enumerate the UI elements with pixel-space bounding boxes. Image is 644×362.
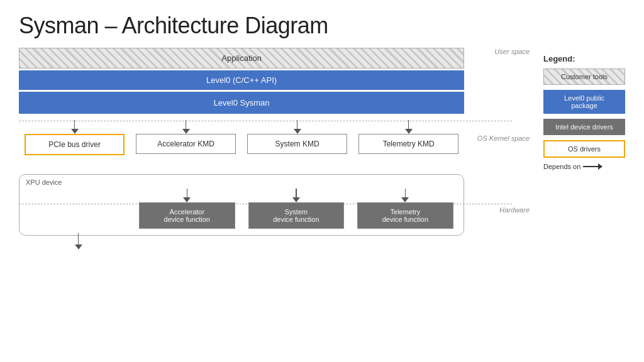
accelerator-kmd-box: Accelerator KMD bbox=[136, 134, 236, 154]
dev-connector-3 bbox=[405, 189, 406, 197]
depends-on-arrow bbox=[583, 166, 602, 167]
legend-panel: Legend: Customer tools Level0 public pac… bbox=[543, 48, 625, 236]
legend-os-drivers-box: OS drivers bbox=[543, 140, 625, 158]
telemetry-device-function-box: Telemetrydevice function bbox=[357, 202, 453, 229]
application-layer: Application bbox=[19, 48, 464, 69]
telemetry-kmd-box: Telemetry KMD bbox=[358, 134, 458, 154]
arrow-2 bbox=[182, 129, 190, 134]
legend-customer-tools: Customer tools bbox=[543, 69, 625, 85]
level0-sysman-layer: Level0 Sysman bbox=[19, 92, 464, 114]
level0-api-layer: Level0 (C/C++ API) bbox=[19, 70, 464, 90]
arrow-4 bbox=[405, 129, 413, 134]
system-device-function-box: Systemdevice function bbox=[248, 202, 345, 229]
connector-line-2 bbox=[186, 120, 187, 129]
user-space-label: User space bbox=[494, 48, 530, 55]
legend-os-drivers: OS drivers bbox=[543, 140, 625, 158]
depends-on-label: Depends on bbox=[543, 163, 580, 170]
system-kmd-box: System KMD bbox=[247, 134, 347, 154]
page-title: Sysman – Architecture Diagram bbox=[19, 13, 625, 39]
hardware-label: Hardware bbox=[499, 206, 530, 214]
dev-arrow-1 bbox=[183, 197, 191, 202]
pcie-bus-driver-box: PCIe bus driver bbox=[25, 134, 125, 155]
accelerator-device-function-box: Acceleratordevice function bbox=[139, 202, 235, 229]
dev-connector-2 bbox=[296, 189, 297, 197]
arrow-1 bbox=[71, 129, 79, 134]
legend-customer-tools-box: Customer tools bbox=[543, 69, 625, 85]
legend-level0-package: Level0 public package bbox=[543, 90, 625, 114]
connector-line-3 bbox=[297, 120, 298, 129]
connector-line-1 bbox=[74, 120, 75, 129]
pcie-xpu-connector bbox=[75, 233, 82, 250]
legend-level0-box: Level0 public package bbox=[543, 90, 625, 114]
dev-arrow-2 bbox=[292, 197, 300, 202]
xpu-label: XPU device bbox=[23, 178, 460, 186]
legend-depends-on: Depends on bbox=[543, 163, 625, 170]
dev-arrow-3 bbox=[401, 197, 409, 202]
kernel-space-label: OS Kernel space bbox=[477, 134, 530, 142]
legend-intel-drivers: Intel device drivers bbox=[543, 119, 625, 135]
dev-connector-1 bbox=[187, 189, 188, 197]
arrow-3 bbox=[294, 129, 301, 134]
legend-intel-box: Intel device drivers bbox=[543, 119, 625, 135]
legend-title: Legend: bbox=[543, 54, 625, 63]
connector-line-4 bbox=[408, 120, 409, 129]
